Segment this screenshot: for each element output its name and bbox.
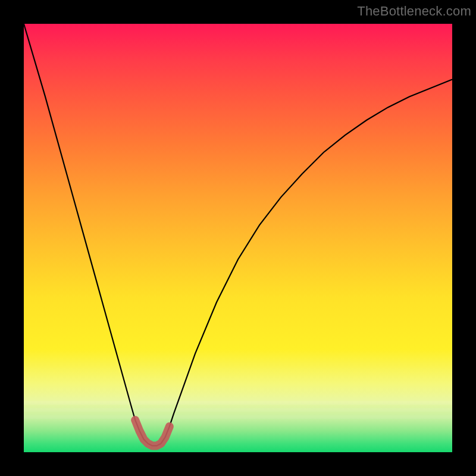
chart-frame: TheBottleneck.com [0, 0, 476, 476]
bottleneck-curve [24, 24, 452, 446]
optimal-range-marker [135, 420, 170, 446]
chart-svg [24, 24, 452, 452]
watermark-text: TheBottleneck.com [357, 4, 471, 19]
plot-area [24, 24, 452, 452]
